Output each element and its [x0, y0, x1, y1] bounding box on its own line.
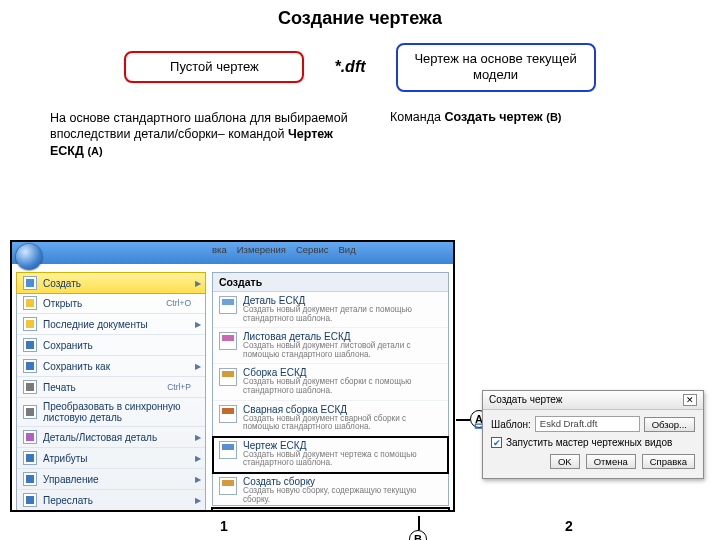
submenu-item-title: Сварная сборка ЕСКД [243, 404, 442, 415]
menu-item-label: Атрибуты [43, 453, 87, 464]
submenu-item[interactable]: Листовая деталь ЕСКДСоздать новый докуме… [213, 328, 448, 364]
menu-item-icon [23, 359, 37, 373]
menu-item-icon [23, 472, 37, 486]
submenu-item-icon [219, 368, 237, 386]
figure-label-2: 2 [565, 518, 573, 534]
app-orb-button[interactable] [16, 244, 42, 270]
submenu-item-icon [219, 477, 237, 495]
menu-item-label: Деталь/Листовая деталь [43, 432, 157, 443]
menubar: вкаИзмеренияСервисВид [212, 244, 356, 255]
menubar-item[interactable]: вка [212, 244, 227, 255]
wizard-checkbox[interactable]: ✔ [491, 437, 502, 448]
chevron-right-icon: ▶ [195, 454, 201, 463]
menu-item-shortcut: Ctrl+O [166, 298, 191, 308]
callout-line-b [418, 516, 420, 530]
screenshot-app-menu: вкаИзмеренияСервисВид Создать▶ОткрытьCtr… [10, 240, 455, 512]
app-menu-sub: Создать Деталь ЕСКДСоздать новый докумен… [212, 272, 449, 506]
figures-area: вкаИзмеренияСервисВид Создать▶ОткрытьCtr… [10, 234, 710, 534]
app-menu-item[interactable]: Деталь/Листовая деталь▶ [17, 427, 205, 448]
submenu-item-icon [219, 332, 237, 350]
menu-item-icon [23, 430, 37, 444]
menu-item-label: Последние документы [43, 319, 148, 330]
app-menu-item[interactable]: Преобразовать в синхронную листовую дета… [17, 398, 205, 427]
submenu-item[interactable]: Чертеж ЕСКДСоздать новый документ чертеж… [213, 437, 448, 473]
menu-item-icon [23, 405, 37, 419]
menu-item-label: Печать [43, 382, 76, 393]
callout-b: B [409, 530, 427, 540]
submenu-item-desc: Создать новый документ листовой детали с… [243, 342, 442, 359]
submenu-item-icon [219, 296, 237, 314]
menu-item-icon [23, 296, 37, 310]
chevron-right-icon: ▶ [195, 320, 201, 329]
menu-item-icon [23, 493, 37, 507]
chevron-right-icon: ▶ [195, 475, 201, 484]
menu-item-label: Открыть [43, 298, 82, 309]
app-menu-item[interactable]: ПечатьCtrl+P [17, 377, 205, 398]
submenu-item[interactable]: Сборка ЕСКДСоздать новый документ сборки… [213, 364, 448, 400]
dialog-title: Создать чертеж [489, 394, 563, 406]
menubar-item[interactable]: Вид [339, 244, 356, 255]
menu-item-label: Сохранить [43, 340, 93, 351]
description-row: На основе стандартного шаблона для выбир… [50, 110, 670, 161]
app-menu-item[interactable]: Переслать▶ [17, 490, 205, 510]
app-menu-item[interactable]: Управление▶ [17, 469, 205, 490]
submenu-item-desc: Создать новый документ сборки с помощью … [243, 378, 442, 395]
dialog-create-drawing: Создать чертеж ✕ Шаблон: Eskd Draft.dft … [482, 390, 704, 479]
file-extension: *.dft [334, 58, 365, 76]
submenu-item-icon [219, 441, 237, 459]
chevron-right-icon: ▶ [195, 496, 201, 505]
menu-item-label: Управление [43, 474, 99, 485]
app-menu-item[interactable]: Атрибуты▶ [17, 448, 205, 469]
menu-item-label: Сохранить как [43, 361, 110, 372]
menubar-item[interactable]: Сервис [296, 244, 329, 255]
chevron-right-icon: ▶ [195, 362, 201, 371]
menu-item-icon [23, 338, 37, 352]
chevron-right-icon: ▶ [195, 279, 201, 288]
submenu-item-desc: Создать новый документ чертежа с помощью… [243, 451, 442, 468]
menu-item-label: Преобразовать в синхронную листовую дета… [43, 401, 199, 423]
submenu-item-desc: Создать новый документ детали с помощью … [243, 306, 442, 323]
app-menu-left: Создать▶ОткрытьCtrl+OПоследние документы… [16, 272, 206, 511]
browse-button[interactable]: Обзор... [644, 417, 695, 432]
dialog-close-button[interactable]: ✕ [683, 394, 697, 406]
help-button[interactable]: Справка [642, 454, 695, 469]
pill-model-drawing: Чертеж на основе текущей модели [396, 43, 596, 92]
submenu-item[interactable]: Сварная сборка ЕСКДСоздать новый докумен… [213, 401, 448, 437]
menu-item-icon [23, 276, 37, 290]
app-menu-item[interactable]: Последние документы▶ [17, 314, 205, 335]
submenu-item[interactable]: Создать чертежСоздать новый чертеж текущ… [212, 508, 449, 512]
chevron-right-icon: ▶ [195, 433, 201, 442]
wizard-checkbox-label: Запустить мастер чертежных видов [506, 437, 672, 448]
app-menu-item[interactable]: Сохранить как▶ [17, 356, 205, 377]
template-label: Шаблон: [491, 419, 531, 430]
pill-empty-drawing: Пустой чертеж [124, 51, 304, 83]
menu-item-icon [23, 380, 37, 394]
template-field[interactable]: Eskd Draft.dft [535, 416, 640, 432]
menu-item-icon [23, 451, 37, 465]
figure-label-1: 1 [220, 518, 228, 534]
ok-button[interactable]: OK [550, 454, 580, 469]
page-title: Создание чертежа [0, 8, 720, 29]
app-menu-item[interactable]: Сохранить [17, 335, 205, 356]
description-right: Команда Создать чертеж (B) [390, 110, 670, 161]
head-row: Пустой чертеж *.dft Чертеж на основе тек… [0, 43, 720, 92]
submenu-item[interactable]: Деталь ЕСКДСоздать новый документ детали… [213, 292, 448, 328]
submenu-head: Создать [213, 273, 448, 292]
description-left: На основе стандартного шаблона для выбир… [50, 110, 360, 161]
app-menu-item[interactable]: ОткрытьCtrl+O [17, 293, 205, 314]
submenu-item-desc: Создать новую сборку, содержащую текущую… [243, 487, 442, 504]
submenu-item-icon [219, 405, 237, 423]
submenu-item[interactable]: Создать сборкуСоздать новую сборку, соде… [213, 473, 448, 509]
cancel-button[interactable]: Отмена [586, 454, 636, 469]
menubar-item[interactable]: Измерения [237, 244, 286, 255]
menu-item-label: Создать [43, 278, 81, 289]
menu-item-label: Переслать [43, 495, 93, 506]
menu-item-shortcut: Ctrl+P [167, 382, 191, 392]
menu-item-icon [23, 317, 37, 331]
app-menu-item[interactable]: Создать▶ [16, 272, 206, 294]
callout-line-a [456, 419, 470, 421]
submenu-item-desc: Создать новый документ сварной сборки с … [243, 415, 442, 432]
